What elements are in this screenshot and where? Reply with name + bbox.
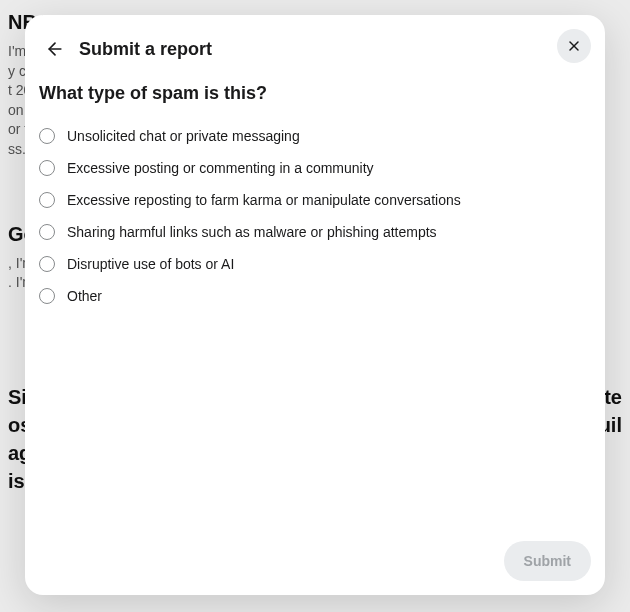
submit-button[interactable]: Submit: [504, 541, 591, 581]
arrow-left-icon: [45, 39, 65, 59]
close-button[interactable]: [557, 29, 591, 63]
radio-icon: [39, 224, 55, 240]
radio-icon: [39, 160, 55, 176]
back-button[interactable]: [39, 33, 71, 65]
option-row[interactable]: Excessive posting or commenting in a com…: [39, 152, 591, 184]
modal-question: What type of spam is this?: [39, 83, 591, 104]
radio-icon: [39, 256, 55, 272]
option-row[interactable]: Unsolicited chat or private messaging: [39, 120, 591, 152]
option-label: Other: [67, 288, 102, 304]
modal-footer: Submit: [39, 541, 591, 581]
report-modal: Submit a report What type of spam is thi…: [25, 15, 605, 595]
modal-title: Submit a report: [79, 39, 212, 60]
modal-header: Submit a report: [39, 29, 591, 69]
option-label: Unsolicited chat or private messaging: [67, 128, 300, 144]
option-label: Sharing harmful links such as malware or…: [67, 224, 437, 240]
option-row[interactable]: Disruptive use of bots or AI: [39, 248, 591, 280]
radio-icon: [39, 288, 55, 304]
radio-icon: [39, 128, 55, 144]
option-row[interactable]: Excessive reposting to farm karma or man…: [39, 184, 591, 216]
option-row[interactable]: Sharing harmful links such as malware or…: [39, 216, 591, 248]
close-icon: [566, 38, 582, 54]
option-label: Excessive posting or commenting in a com…: [67, 160, 374, 176]
options-list: Unsolicited chat or private messaging Ex…: [39, 120, 591, 312]
radio-icon: [39, 192, 55, 208]
option-row[interactable]: Other: [39, 280, 591, 312]
option-label: Disruptive use of bots or AI: [67, 256, 234, 272]
option-label: Excessive reposting to farm karma or man…: [67, 192, 461, 208]
